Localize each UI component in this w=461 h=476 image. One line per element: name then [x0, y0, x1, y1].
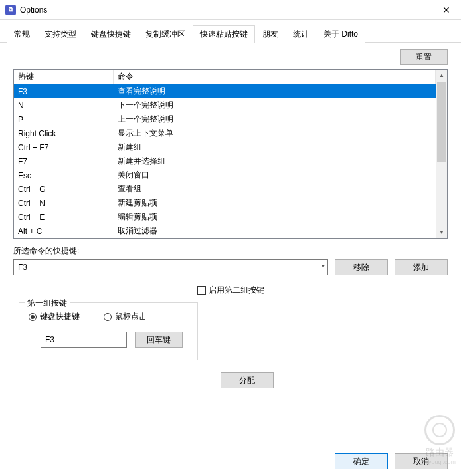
cancel-button[interactable]: 取消 [395, 453, 448, 469]
tab-6[interactable]: 统计 [286, 25, 316, 43]
cell-command: 新建剪贴项 [114, 197, 436, 209]
tab-2[interactable]: 键盘快捷键 [84, 25, 138, 43]
scroll-thumb[interactable] [437, 82, 446, 162]
radio-keyboard[interactable]: 键盘快捷键 [29, 311, 80, 322]
radio-keyboard-dot [29, 313, 37, 321]
radio-mouse-dot [104, 313, 112, 321]
tab-bar: 常规支持类型键盘快捷键复制缓冲区快速粘贴按键朋友统计关于 Ditto [0, 24, 461, 43]
tab-7[interactable]: 关于 Ditto [316, 25, 365, 43]
cell-command: 显示上下文菜单 [114, 127, 436, 140]
cell-hotkey: F3 [14, 86, 114, 97]
chevron-down-icon: ▾ [322, 262, 325, 269]
hotkey-combo-value: F3 [18, 263, 27, 272]
col-hotkey[interactable]: 热键 [14, 70, 114, 84]
radio-mouse[interactable]: 鼠标点击 [104, 311, 147, 322]
cell-hotkey: N [14, 100, 114, 111]
enable-second-checkbox[interactable] [197, 286, 206, 295]
hotkey-combo[interactable]: F3 ▾ [13, 259, 328, 275]
table-row[interactable]: P上一个完整说明 [14, 112, 436, 126]
cell-hotkey: Ctrl + F7 [14, 142, 114, 153]
table-row[interactable]: Ctrl + G查看组 [14, 182, 436, 196]
cell-hotkey: Alt + C [14, 226, 114, 237]
selected-hotkey-label: 所选命令的快捷键: [13, 245, 448, 257]
remove-button[interactable]: 移除 [335, 259, 388, 275]
table-row[interactable]: N下一个完整说明 [14, 98, 436, 112]
group1-fieldset: 第一组按键 键盘快捷键 鼠标点击 回车键 [19, 302, 198, 360]
hotkey-input[interactable] [41, 332, 127, 348]
enable-second-label[interactable]: 启用第二组按键 [209, 285, 264, 296]
cell-command: 新建并选择组 [114, 155, 436, 168]
reset-button[interactable]: 重置 [400, 49, 448, 65]
enter-button[interactable]: 回车键 [135, 332, 183, 348]
cell-hotkey: Esc [14, 170, 114, 181]
scrollbar[interactable]: ▲ ▼ [436, 70, 447, 238]
tab-0[interactable]: 常规 [7, 25, 37, 43]
title-bar: ⧉ Options ✕ [0, 0, 461, 20]
app-icon: ⧉ [5, 5, 16, 15]
col-command[interactable]: 命令 [114, 70, 436, 84]
cell-command: 编辑剪贴项 [114, 211, 436, 223]
cell-command: 关闭窗口 [114, 169, 436, 181]
radio-keyboard-label: 键盘快捷键 [40, 311, 80, 322]
tab-1[interactable]: 支持类型 [37, 25, 84, 43]
hotkey-table: 热键 命令 F3查看完整说明N下一个完整说明P上一个完整说明Right Clic… [13, 69, 448, 239]
table-row[interactable]: F3查看完整说明 [14, 84, 436, 98]
radio-mouse-label: 鼠标点击 [115, 311, 147, 322]
table-row[interactable]: Alt + C取消过滤器 [14, 224, 436, 238]
cell-command: 取消过滤器 [114, 225, 436, 237]
cell-command: 查看完整说明 [114, 85, 436, 98]
scroll-down-icon[interactable]: ▼ [436, 227, 447, 238]
cell-hotkey: Ctrl + E [14, 212, 114, 223]
dialog-footer: 确定 取消 [335, 453, 448, 469]
cell-command: 新建组 [114, 141, 436, 154]
table-row[interactable]: Ctrl + N新建剪贴项 [14, 196, 436, 210]
table-row[interactable]: Ctrl + E编辑剪贴项 [14, 210, 436, 224]
cell-command: 查看组 [114, 183, 436, 195]
assign-button[interactable]: 分配 [221, 372, 274, 388]
window-title: Options [20, 5, 433, 15]
close-button[interactable]: ✕ [433, 1, 460, 19]
cell-hotkey: F7 [14, 156, 114, 167]
cell-hotkey: P [14, 114, 114, 125]
table-row[interactable]: F7新建并选择组 [14, 154, 436, 168]
cell-command: 下一个完整说明 [114, 99, 436, 112]
table-header: 热键 命令 [14, 70, 436, 84]
table-row[interactable]: Ctrl + F7新建组 [14, 140, 436, 154]
tab-3[interactable]: 复制缓冲区 [138, 25, 193, 43]
group1-legend: 第一组按键 [25, 298, 70, 309]
cell-hotkey: Right Click [14, 128, 114, 139]
table-row[interactable]: Right Click显示上下文菜单 [14, 126, 436, 140]
tab-4[interactable]: 快速粘贴按键 [193, 25, 255, 43]
table-row[interactable]: Esc关闭窗口 [14, 168, 436, 182]
cell-command: 上一个完整说明 [114, 113, 436, 126]
ok-button[interactable]: 确定 [335, 453, 388, 469]
scroll-up-icon[interactable]: ▲ [436, 70, 447, 81]
tab-5[interactable]: 朋友 [255, 25, 286, 43]
cell-hotkey: Ctrl + G [14, 184, 114, 195]
add-button[interactable]: 添加 [395, 259, 448, 275]
cell-hotkey: Ctrl + N [14, 198, 114, 209]
